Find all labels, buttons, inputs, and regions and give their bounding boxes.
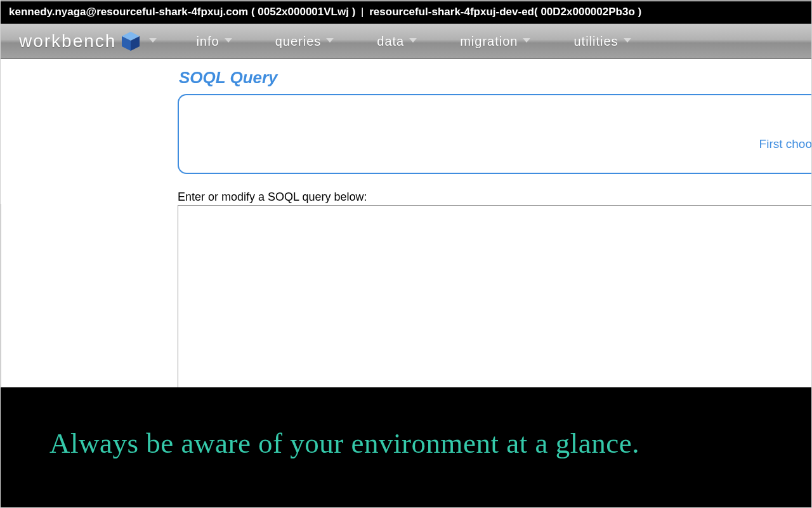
chevron-down-icon <box>409 38 417 43</box>
caption-text: Always be aware of your environment at a… <box>49 427 639 460</box>
chevron-down-icon <box>225 38 232 43</box>
menu-label: queries <box>275 34 322 49</box>
page-title: SOQL Query <box>179 68 812 88</box>
menu-label: data <box>377 34 404 49</box>
menu-queries[interactable]: queries <box>254 34 356 49</box>
query-prompt-label: Enter or modify a SOQL query below: <box>178 190 812 204</box>
menu-info[interactable]: info <box>174 34 253 49</box>
brand-label: workbench <box>19 31 116 51</box>
left-edge-rule <box>0 204 1 387</box>
chevron-down-icon <box>326 38 334 43</box>
query-builder-panel: First choo <box>178 94 812 174</box>
brand-menu[interactable]: workbench <box>19 30 157 52</box>
chevron-down-icon <box>523 38 530 43</box>
menu-label: utilities <box>573 34 618 49</box>
chevron-down-icon <box>624 38 631 43</box>
current-user: kennedy.nyaga@resourceful-shark-4fpxuj.c… <box>9 6 355 18</box>
separator: | <box>358 6 366 18</box>
env-banner: kennedy.nyaga@resourceful-shark-4fpxuj.c… <box>0 0 812 23</box>
current-org: resourceful-shark-4fpxuj-dev-ed( 00D2x00… <box>369 6 641 18</box>
caption-overlay: Always be aware of your environment at a… <box>0 387 812 508</box>
menu-label: migration <box>460 34 518 49</box>
builder-hint-text: First choo <box>759 137 812 151</box>
workbench-cube-icon <box>120 30 141 52</box>
main-menu-bar: workbench info queries data migration ut… <box>0 23 812 59</box>
menu-data[interactable]: data <box>355 34 438 49</box>
menu-label: info <box>196 34 219 49</box>
menu-migration[interactable]: migration <box>438 34 552 49</box>
soql-textarea[interactable] <box>178 205 812 388</box>
menu-utilities[interactable]: utilities <box>552 34 652 49</box>
chevron-down-icon <box>149 38 157 43</box>
